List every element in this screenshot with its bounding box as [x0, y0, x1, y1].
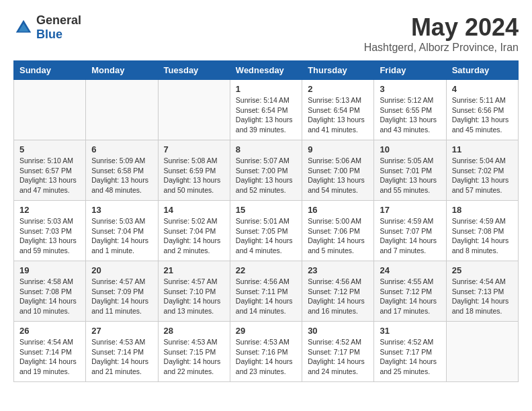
calendar-cell: 5Sunrise: 5:10 AM Sunset: 6:57 PM Daylig…	[14, 140, 86, 201]
day-content: Sunrise: 5:13 AM Sunset: 6:54 PM Dayligh…	[308, 95, 368, 135]
calendar-cell: 27Sunrise: 4:53 AM Sunset: 7:14 PM Dayli…	[86, 322, 158, 382]
day-content: Sunrise: 4:59 AM Sunset: 7:08 PM Dayligh…	[452, 216, 513, 256]
day-content: Sunrise: 4:53 AM Sunset: 7:16 PM Dayligh…	[236, 337, 296, 377]
day-number: 7	[164, 144, 224, 154]
day-content: Sunrise: 4:54 AM Sunset: 7:13 PM Dayligh…	[452, 277, 513, 316]
day-number: 21	[164, 265, 224, 275]
day-of-week-header: Tuesday	[158, 61, 230, 80]
day-content: Sunrise: 5:00 AM Sunset: 7:06 PM Dayligh…	[308, 216, 368, 256]
location: Hashtgerd, Alborz Province, Iran	[364, 42, 519, 54]
title-block: May 2024 Hashtgerd, Alborz Province, Ira…	[364, 13, 519, 54]
day-content: Sunrise: 5:04 AM Sunset: 7:02 PM Dayligh…	[452, 156, 513, 195]
day-number: 30	[308, 326, 368, 336]
day-of-week-header: Friday	[374, 61, 446, 80]
calendar-cell: 15Sunrise: 5:01 AM Sunset: 7:05 PM Dayli…	[230, 201, 302, 261]
calendar-cell: 4Sunrise: 5:11 AM Sunset: 6:56 PM Daylig…	[446, 80, 518, 140]
day-number: 19	[19, 265, 80, 275]
day-number: 2	[308, 84, 368, 94]
calendar-body: 1Sunrise: 5:14 AM Sunset: 6:54 PM Daylig…	[14, 80, 519, 382]
calendar-cell: 30Sunrise: 4:52 AM Sunset: 7:17 PM Dayli…	[302, 322, 374, 382]
calendar-header: SundayMondayTuesdayWednesdayThursdayFrid…	[14, 61, 519, 80]
calendar-cell: 21Sunrise: 4:57 AM Sunset: 7:10 PM Dayli…	[158, 261, 230, 322]
day-of-week-header: Sunday	[14, 61, 86, 80]
day-number: 22	[236, 265, 296, 275]
logo-blue-text: Blue	[36, 28, 62, 41]
day-content: Sunrise: 5:12 AM Sunset: 6:55 PM Dayligh…	[380, 95, 440, 135]
calendar-cell: 12Sunrise: 5:03 AM Sunset: 7:03 PM Dayli…	[14, 201, 86, 261]
day-of-week-header: Wednesday	[230, 61, 302, 80]
calendar-cell: 26Sunrise: 4:54 AM Sunset: 7:14 PM Dayli…	[14, 322, 86, 382]
calendar-cell	[14, 80, 86, 140]
calendar-table: SundayMondayTuesdayWednesdayThursdayFrid…	[13, 60, 519, 382]
day-number: 23	[308, 265, 368, 275]
calendar-cell: 9Sunrise: 5:06 AM Sunset: 7:00 PM Daylig…	[302, 140, 374, 201]
logo-general-text: General	[36, 13, 81, 27]
day-content: Sunrise: 5:01 AM Sunset: 7:05 PM Dayligh…	[236, 216, 296, 256]
calendar-cell: 3Sunrise: 5:12 AM Sunset: 6:55 PM Daylig…	[374, 80, 446, 140]
day-content: Sunrise: 4:56 AM Sunset: 7:11 PM Dayligh…	[236, 277, 296, 316]
day-number: 27	[91, 326, 152, 336]
logo-icon	[13, 17, 34, 38]
calendar-week-row: 5Sunrise: 5:10 AM Sunset: 6:57 PM Daylig…	[14, 140, 519, 201]
calendar-cell: 18Sunrise: 4:59 AM Sunset: 7:08 PM Dayli…	[446, 201, 518, 261]
day-content: Sunrise: 5:10 AM Sunset: 6:57 PM Dayligh…	[19, 156, 80, 195]
day-number: 31	[380, 326, 440, 336]
day-content: Sunrise: 5:06 AM Sunset: 7:00 PM Dayligh…	[308, 156, 368, 195]
calendar-cell: 17Sunrise: 4:59 AM Sunset: 7:07 PM Dayli…	[374, 201, 446, 261]
calendar-week-row: 26Sunrise: 4:54 AM Sunset: 7:14 PM Dayli…	[14, 322, 519, 382]
day-content: Sunrise: 5:07 AM Sunset: 7:00 PM Dayligh…	[236, 156, 296, 195]
day-content: Sunrise: 5:03 AM Sunset: 7:03 PM Dayligh…	[19, 216, 80, 256]
day-number: 5	[19, 144, 80, 154]
calendar-cell: 29Sunrise: 4:53 AM Sunset: 7:16 PM Dayli…	[230, 322, 302, 382]
day-number: 16	[308, 205, 368, 215]
days-of-week-row: SundayMondayTuesdayWednesdayThursdayFrid…	[14, 61, 519, 80]
day-content: Sunrise: 4:55 AM Sunset: 7:12 PM Dayligh…	[380, 277, 440, 316]
day-of-week-header: Thursday	[302, 61, 374, 80]
day-content: Sunrise: 4:59 AM Sunset: 7:07 PM Dayligh…	[380, 216, 440, 256]
day-content: Sunrise: 5:08 AM Sunset: 6:59 PM Dayligh…	[164, 156, 224, 195]
calendar-cell: 20Sunrise: 4:57 AM Sunset: 7:09 PM Dayli…	[86, 261, 158, 322]
day-number: 26	[19, 326, 80, 336]
day-content: Sunrise: 5:14 AM Sunset: 6:54 PM Dayligh…	[236, 95, 296, 135]
day-number: 3	[380, 84, 440, 94]
day-content: Sunrise: 4:57 AM Sunset: 7:10 PM Dayligh…	[164, 277, 224, 316]
day-number: 10	[380, 144, 440, 154]
day-content: Sunrise: 4:54 AM Sunset: 7:14 PM Dayligh…	[19, 337, 80, 377]
day-content: Sunrise: 5:11 AM Sunset: 6:56 PM Dayligh…	[452, 95, 513, 135]
calendar-cell: 19Sunrise: 4:58 AM Sunset: 7:08 PM Dayli…	[14, 261, 86, 322]
month-year: May 2024	[364, 13, 519, 42]
day-content: Sunrise: 4:53 AM Sunset: 7:15 PM Dayligh…	[164, 337, 224, 377]
calendar-cell	[158, 80, 230, 140]
day-content: Sunrise: 4:52 AM Sunset: 7:17 PM Dayligh…	[380, 337, 440, 377]
day-number: 18	[452, 205, 513, 215]
day-number: 11	[452, 144, 513, 154]
calendar-cell: 7Sunrise: 5:08 AM Sunset: 6:59 PM Daylig…	[158, 140, 230, 201]
day-number: 28	[164, 326, 224, 336]
logo: General Blue	[13, 13, 81, 42]
day-of-week-header: Monday	[86, 61, 158, 80]
day-content: Sunrise: 5:09 AM Sunset: 6:58 PM Dayligh…	[91, 156, 152, 195]
day-content: Sunrise: 4:53 AM Sunset: 7:14 PM Dayligh…	[91, 337, 152, 377]
day-number: 8	[236, 144, 296, 154]
day-number: 24	[380, 265, 440, 275]
calendar-cell: 10Sunrise: 5:05 AM Sunset: 7:01 PM Dayli…	[374, 140, 446, 201]
calendar-cell: 24Sunrise: 4:55 AM Sunset: 7:12 PM Dayli…	[374, 261, 446, 322]
day-content: Sunrise: 4:52 AM Sunset: 7:17 PM Dayligh…	[308, 337, 368, 377]
day-number: 25	[452, 265, 513, 275]
calendar-cell: 11Sunrise: 5:04 AM Sunset: 7:02 PM Dayli…	[446, 140, 518, 201]
day-number: 17	[380, 205, 440, 215]
calendar-week-row: 1Sunrise: 5:14 AM Sunset: 6:54 PM Daylig…	[14, 80, 519, 140]
day-number: 14	[164, 205, 224, 215]
calendar-cell: 8Sunrise: 5:07 AM Sunset: 7:00 PM Daylig…	[230, 140, 302, 201]
day-content: Sunrise: 5:03 AM Sunset: 7:04 PM Dayligh…	[91, 216, 152, 256]
calendar-cell: 2Sunrise: 5:13 AM Sunset: 6:54 PM Daylig…	[302, 80, 374, 140]
page-header: General Blue May 2024 Hashtgerd, Alborz …	[13, 13, 519, 54]
day-number: 6	[91, 144, 152, 154]
calendar-cell: 25Sunrise: 4:54 AM Sunset: 7:13 PM Dayli…	[446, 261, 518, 322]
day-content: Sunrise: 4:57 AM Sunset: 7:09 PM Dayligh…	[91, 277, 152, 316]
day-number: 13	[91, 205, 152, 215]
calendar-week-row: 12Sunrise: 5:03 AM Sunset: 7:03 PM Dayli…	[14, 201, 519, 261]
calendar-cell: 1Sunrise: 5:14 AM Sunset: 6:54 PM Daylig…	[230, 80, 302, 140]
calendar-cell: 31Sunrise: 4:52 AM Sunset: 7:17 PM Dayli…	[374, 322, 446, 382]
day-content: Sunrise: 4:58 AM Sunset: 7:08 PM Dayligh…	[19, 277, 80, 316]
